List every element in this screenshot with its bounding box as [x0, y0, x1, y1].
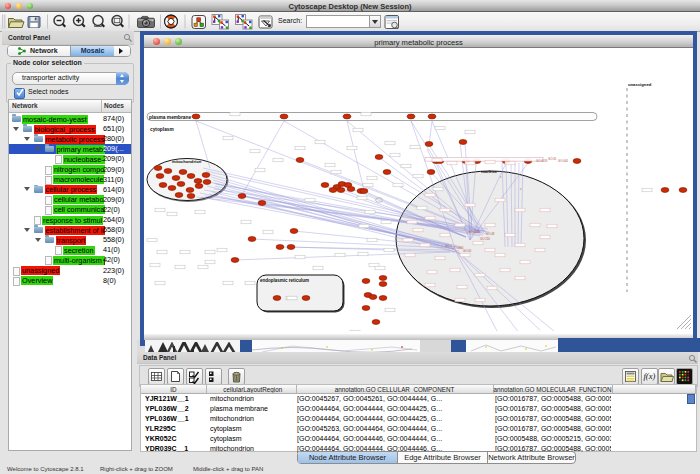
svg-text:GO:044: GO:044 [558, 159, 568, 163]
svg-text:endoplasmic reticulum: endoplasmic reticulum [260, 278, 309, 283]
svg-text:mitochondrion: mitochondrion [172, 159, 202, 164]
svg-text:plasma membrane: plasma membrane [149, 115, 191, 120]
svg-text:GO:216: GO:216 [480, 237, 490, 241]
svg-text:cytoplasm: cytoplasm [150, 127, 174, 132]
svg-text:GO:4444: GO:4444 [468, 230, 480, 234]
svg-text:GO:05: GO:05 [463, 249, 472, 253]
svg-text:nucleus: nucleus [481, 169, 497, 174]
svg-text:GO:0019: GO:0019 [536, 159, 548, 163]
svg-text:GO:05: GO:05 [548, 157, 557, 161]
svg-text:unassigned: unassigned [628, 82, 652, 87]
svg-text:GO:4: GO:4 [445, 244, 452, 248]
svg-text:GO:48: GO:48 [486, 232, 495, 236]
